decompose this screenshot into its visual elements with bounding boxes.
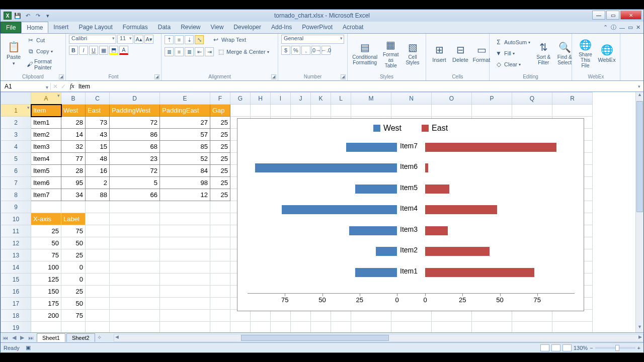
cell[interactable] (210, 274, 230, 286)
cell[interactable] (160, 322, 210, 333)
select-all-corner[interactable] (1, 93, 31, 105)
cell[interactable] (331, 310, 351, 322)
cell[interactable]: 25 (210, 141, 230, 153)
cell[interactable] (160, 225, 210, 237)
cell[interactable] (331, 105, 351, 117)
currency-button[interactable]: $ (281, 46, 290, 55)
cell[interactable] (86, 274, 110, 286)
new-sheet-icon[interactable]: ✧ (95, 334, 104, 341)
cell[interactable] (86, 310, 110, 322)
save-icon[interactable]: 💾 (14, 12, 22, 20)
dialog-launcher-icon[interactable]: ◢ (271, 74, 276, 79)
cell[interactable] (110, 249, 160, 261)
row-header[interactable]: 8 (1, 189, 31, 201)
webex-button[interactable]: 🌐WebEx (597, 43, 617, 64)
cell[interactable]: Item4 (31, 153, 61, 165)
row-header[interactable]: 2 (1, 117, 31, 129)
increase-indent-button[interactable]: ⇥ (205, 47, 214, 56)
column-header[interactable]: R (552, 93, 593, 105)
cell[interactable]: Item7 (31, 189, 61, 201)
column-header[interactable]: D (110, 93, 160, 105)
tab-acrobat[interactable]: Acrobat (338, 22, 368, 33)
cell[interactable]: 25 (31, 225, 61, 237)
scroll-right-icon[interactable]: ▶ (638, 334, 642, 339)
sheet-tab-1[interactable]: Sheet1 (37, 333, 65, 342)
cell[interactable]: 27 (160, 117, 210, 129)
cell[interactable]: 25 (210, 165, 230, 177)
cell[interactable]: 48 (86, 153, 110, 165)
cell[interactable] (552, 322, 593, 333)
cell[interactable] (512, 310, 552, 322)
cell[interactable] (210, 225, 230, 237)
cell[interactable] (210, 201, 230, 213)
cell[interactable] (86, 225, 110, 237)
cell[interactable] (432, 105, 472, 117)
column-header[interactable]: L (331, 93, 351, 105)
cell-styles-button[interactable]: ▧Cell Styles (403, 40, 423, 66)
tab-page-layout[interactable]: Page Layout (73, 22, 117, 33)
cell[interactable] (160, 310, 210, 322)
last-sheet-icon[interactable]: ⏭ (26, 335, 36, 341)
cell[interactable]: 85 (160, 141, 210, 153)
cell[interactable] (311, 322, 331, 333)
cell[interactable] (110, 322, 160, 333)
column-header[interactable]: G (230, 93, 251, 105)
row-header[interactable]: 3 (1, 129, 31, 141)
insert-cells-button[interactable]: ⊞Insert (429, 43, 449, 64)
cell[interactable] (552, 310, 593, 322)
cell[interactable]: PaddingEast (160, 105, 210, 117)
fill-color-button[interactable]: ⬒ (109, 46, 118, 55)
cell[interactable]: 66 (110, 189, 160, 201)
align-middle-button[interactable]: ≡ (175, 35, 184, 44)
minimize-button[interactable]: — (592, 11, 605, 20)
decrease-indent-button[interactable]: ⇤ (195, 47, 204, 56)
zoom-out-button[interactable]: − (590, 345, 593, 351)
scroll-up-icon[interactable]: ▲ (636, 92, 643, 100)
cell[interactable] (110, 310, 160, 322)
cell[interactable]: 43 (86, 129, 110, 141)
cell[interactable]: 25 (61, 286, 86, 298)
cell[interactable]: 75 (31, 249, 61, 261)
cell[interactable] (432, 322, 472, 333)
cell[interactable]: 72 (110, 165, 160, 177)
cell[interactable] (331, 322, 351, 333)
scroll-down-icon[interactable]: ▼ (636, 324, 643, 332)
cell[interactable] (351, 310, 391, 322)
dialog-launcher-icon[interactable]: ◢ (341, 74, 346, 79)
cell[interactable]: 28 (61, 117, 86, 129)
row-header[interactable]: 1 (1, 105, 31, 117)
align-left-button[interactable]: ≣ (165, 47, 174, 56)
cell[interactable]: 75 (61, 225, 86, 237)
row-header[interactable]: 11 (1, 225, 31, 237)
cell[interactable] (61, 322, 86, 333)
cell[interactable]: 175 (31, 298, 61, 310)
tab-data[interactable]: Data (153, 22, 176, 33)
sort-filter-button[interactable]: ⇅Sort & Filter (533, 40, 553, 66)
column-header[interactable]: C (86, 93, 110, 105)
page-break-view-button[interactable] (562, 344, 572, 351)
decrease-font-icon[interactable]: A▾ (144, 35, 153, 44)
cell[interactable] (472, 310, 512, 322)
dialog-launcher-icon[interactable]: ◢ (59, 74, 64, 79)
cell[interactable] (251, 322, 271, 333)
cell[interactable] (61, 201, 86, 213)
clear-button[interactable]: ◇Clear▾ (493, 59, 532, 69)
cell[interactable] (110, 298, 160, 310)
tab-formulas[interactable]: Formulas (118, 22, 153, 33)
cell[interactable] (512, 105, 552, 117)
cell[interactable] (160, 249, 210, 261)
cell[interactable]: 50 (61, 237, 86, 249)
cell[interactable]: 12 (160, 189, 210, 201)
normal-view-button[interactable] (540, 344, 549, 351)
row-header[interactable]: 5 (1, 153, 31, 165)
cell[interactable] (472, 322, 512, 333)
border-button[interactable]: ▦ (99, 46, 108, 55)
row-header[interactable]: 6 (1, 165, 31, 177)
expand-formula-icon[interactable]: ▾ (635, 84, 643, 89)
cell[interactable]: 150 (31, 286, 61, 298)
cell[interactable] (160, 286, 210, 298)
column-header[interactable]: Q (512, 93, 552, 105)
cell[interactable] (160, 261, 210, 274)
cancel-formula-icon[interactable]: ✕ (53, 83, 58, 90)
cut-button[interactable]: ✂Cut (25, 35, 62, 45)
